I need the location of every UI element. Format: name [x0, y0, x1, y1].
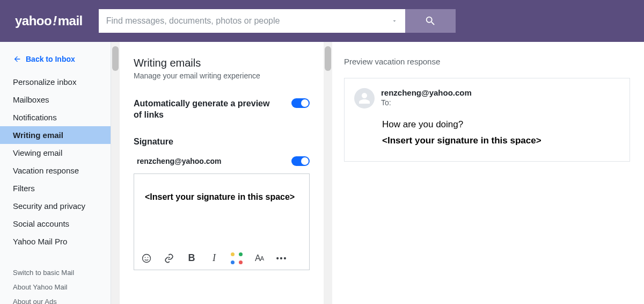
settings-sidebar: Back to Inbox Personalize inbox Mailboxe…	[0, 42, 111, 304]
sidebar-item-viewing-email[interactable]: Viewing email	[0, 144, 111, 162]
sidebar-item-vacation-response[interactable]: Vacation response	[0, 162, 111, 179]
search-dropdown-toggle[interactable]	[384, 9, 405, 33]
sidebar-scrollbar[interactable]	[111, 42, 120, 304]
sidebar-item-personalize-inbox[interactable]: Personalize inbox	[0, 73, 111, 91]
scrollbar-thumb[interactable]	[325, 46, 331, 71]
text-color-button[interactable]	[231, 252, 243, 264]
panel-title: Writing emails	[134, 57, 310, 69]
signature-editor: <Insert your signature in this space> B …	[134, 173, 310, 270]
sidebar-link-about-our-ads[interactable]: About our Ads	[0, 294, 111, 304]
signature-toggle[interactable]	[291, 156, 310, 166]
sidebar-item-mailboxes[interactable]: Mailboxes	[0, 91, 111, 108]
search-input[interactable]	[99, 9, 384, 33]
svg-point-2	[148, 257, 149, 258]
person-icon	[358, 92, 371, 105]
yahoo-mail-logo: yahoo!mail	[15, 13, 83, 28]
sidebar-item-yahoo-mail-pro[interactable]: Yahoo Mail Pro	[0, 233, 111, 250]
link-icon	[164, 253, 174, 264]
signature-account-row: renzcheng@yahoo.com	[134, 156, 310, 166]
writing-email-settings-panel: Writing emails Manage your email writing…	[120, 42, 324, 304]
color-dot-green-icon	[239, 252, 243, 256]
color-dot-blue-icon	[231, 260, 235, 264]
sidebar-item-social-accounts[interactable]: Social accounts	[0, 215, 111, 233]
sidebar-link-switch-basic[interactable]: Switch to basic Mail	[0, 265, 111, 280]
panel-subtitle: Manage your email writing experience	[134, 71, 310, 80]
sidebar-link-about-yahoo-mail[interactable]: About Yahoo Mail	[0, 280, 111, 294]
signature-textarea[interactable]: <Insert your signature in this space>	[134, 174, 309, 247]
settings-scrollbar[interactable]	[324, 42, 332, 304]
preview-header: renzcheng@yahoo.com To:	[354, 88, 618, 108]
search-button[interactable]	[405, 9, 456, 33]
preview-from-email: renzcheng@yahoo.com	[381, 88, 472, 97]
setting-link-preview: Automatically generate a preview of link…	[134, 98, 310, 121]
svg-point-1	[145, 257, 146, 258]
arrow-left-icon	[13, 55, 21, 63]
italic-button[interactable]: I	[208, 252, 220, 264]
more-button[interactable]: •••	[276, 252, 288, 264]
preview-body-text: How are you doing?	[382, 119, 618, 130]
bold-button[interactable]: B	[186, 252, 197, 264]
app-header: yahoo!mail	[0, 0, 644, 42]
sidebar-item-notifications[interactable]: Notifications	[0, 108, 111, 126]
back-to-inbox-link[interactable]: Back to Inbox	[0, 49, 111, 73]
signature-heading: Signature	[134, 137, 310, 147]
scrollbar-thumb[interactable]	[112, 46, 119, 71]
back-to-inbox-label: Back to Inbox	[26, 55, 75, 63]
emoji-icon	[141, 253, 152, 264]
font-size-button[interactable]: AA	[253, 252, 265, 264]
color-dot-yellow-icon	[231, 252, 235, 256]
logo-text-suffix: mail	[58, 13, 83, 28]
preview-signature-text: <Insert your signature in this space>	[382, 135, 618, 146]
logo-bang: !	[52, 13, 58, 28]
sidebar-secondary: Switch to basic Mail About Yahoo Mail Ab…	[0, 265, 111, 304]
svg-point-0	[143, 254, 151, 262]
search-bar	[99, 9, 456, 33]
color-dot-red-icon	[239, 260, 243, 264]
logo-text-prefix: yahoo	[15, 13, 52, 28]
chevron-down-icon	[391, 18, 398, 24]
sidebar-item-security-privacy[interactable]: Security and privacy	[0, 197, 111, 215]
sidebar-item-writing-email[interactable]: Writing email	[0, 126, 111, 144]
signature-account-email: renzcheng@yahoo.com	[134, 157, 222, 165]
link-button[interactable]	[163, 252, 175, 264]
signature-toolbar: B I AA •••	[134, 247, 309, 270]
preview-heading: Preview vacation response	[344, 57, 630, 66]
preview-card: renzcheng@yahoo.com To: How are you doin…	[344, 78, 630, 162]
setting-link-preview-label: Automatically generate a preview of link…	[134, 98, 279, 121]
preview-to-label: To:	[381, 98, 472, 107]
avatar	[354, 88, 375, 108]
emoji-button[interactable]	[141, 252, 152, 264]
preview-panel: Preview vacation response renzcheng@yaho…	[332, 42, 644, 304]
link-preview-toggle[interactable]	[291, 98, 310, 108]
search-icon	[425, 15, 436, 27]
sidebar-item-filters[interactable]: Filters	[0, 179, 111, 197]
